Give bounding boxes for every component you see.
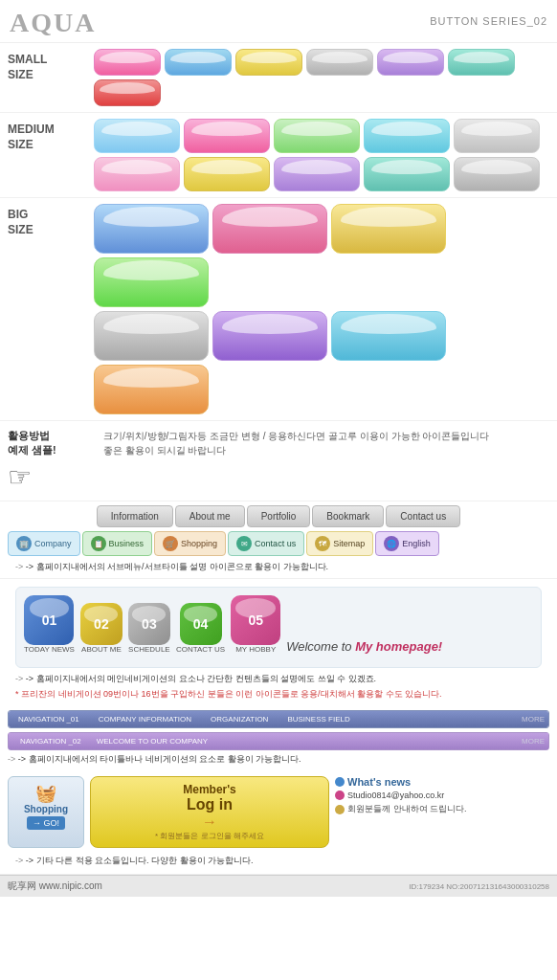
tab-item-welcome[interactable]: WELCOME TO OUR COMPANY bbox=[89, 735, 215, 747]
tab-item-company[interactable]: COMPANY INFORMATION bbox=[93, 713, 197, 725]
btn-med-ltblue[interactable] bbox=[94, 119, 180, 153]
btn-big-cyan[interactable] bbox=[331, 311, 446, 361]
whatsnew-title: What's news bbox=[335, 776, 549, 788]
footer-id: ID:179234 NO:200712131643000310258 bbox=[409, 882, 549, 891]
btn-big-silver[interactable] bbox=[94, 311, 209, 361]
company-icon: 🏢 bbox=[16, 536, 32, 551]
btn-big-yellow[interactable] bbox=[331, 204, 446, 254]
tab-note: -> 홈페이지내에서의 타이틀바나 네비게이션의 요소로 활용이 가능합니다. bbox=[0, 752, 557, 767]
login-arrow-icon: → bbox=[202, 813, 217, 831]
nav-icon-sitemap[interactable]: 🗺 Sitemap bbox=[306, 531, 373, 556]
tab-nav-bar-1: NAVIGATION _01 COMPANY INFORMATION ORGAN… bbox=[9, 711, 548, 727]
btn-small-lavender[interactable] bbox=[377, 49, 444, 76]
hp-square-gray[interactable]: 03 bbox=[128, 603, 170, 645]
tab-more-1[interactable]: MORE bbox=[522, 715, 545, 724]
logo: AQUA bbox=[10, 8, 96, 38]
usage-desc: 크기/위치/방향/그림자등 조금만 변형 / 응용하신다면 골고루 이용이 가능… bbox=[103, 429, 549, 457]
btn-big-blue[interactable] bbox=[94, 204, 209, 254]
nav-icon-company[interactable]: 🏢 Company bbox=[8, 531, 80, 556]
tab-item-nav02[interactable]: NAVIGATION _02 bbox=[12, 735, 89, 747]
widget-login[interactable]: Member's Log in → * 회원분들은 로그인을 해주세요 bbox=[90, 776, 329, 848]
login-title: Member's bbox=[183, 783, 236, 796]
nav-btn-contact[interactable]: Contact us bbox=[386, 505, 460, 527]
bottom-note: -> 기타 다른 적용 요소들입니다. 다양한 활용이 가능합니다. bbox=[8, 854, 549, 868]
nav-icon-business[interactable]: 📋 Business bbox=[82, 531, 153, 556]
tab-item-nav01[interactable]: NAVIGATION _01 bbox=[12, 713, 85, 725]
btn-med-yellow[interactable] bbox=[184, 157, 270, 191]
btn-med-gray[interactable] bbox=[454, 157, 540, 191]
whatsnew-dot-yellow bbox=[335, 805, 345, 814]
nav-icon-contact[interactable]: ✉ Contact us bbox=[228, 531, 304, 556]
widget-whatsnew: What's news Studio0814@yahoo.co.kr 회원분들께… bbox=[335, 776, 549, 848]
shopping-label: Shopping bbox=[24, 804, 68, 814]
hp-icon-03: 03 SCHEDULE bbox=[128, 603, 170, 654]
footer-logo: 昵享网 www.nipic.com bbox=[8, 880, 102, 893]
hp-square-yellow[interactable]: 02 bbox=[80, 603, 123, 645]
btn-small-pink[interactable] bbox=[94, 49, 161, 76]
sitemap-icon: 🗺 bbox=[315, 536, 330, 551]
btn-med-lavender[interactable] bbox=[274, 157, 360, 191]
nav-btn-bookmark[interactable]: Bookmark bbox=[312, 505, 384, 527]
hand-icon: ☞ bbox=[8, 461, 32, 493]
btn-big-purple[interactable] bbox=[212, 311, 327, 361]
contact-icon: ✉ bbox=[236, 536, 252, 551]
big-size-label: BIGSIZE bbox=[8, 204, 94, 237]
footer: 昵享网 www.nipic.com ID:179234 NO:200712131… bbox=[0, 875, 557, 897]
medium-size-grid bbox=[94, 119, 549, 191]
tab-more-2[interactable]: MORE bbox=[522, 737, 545, 746]
header: AQUA BUTTON SERIES_02 bbox=[0, 0, 557, 43]
btn-small-red[interactable] bbox=[94, 79, 161, 106]
hp-square-blue[interactable]: 01 bbox=[24, 595, 74, 645]
homepage-sample-section: 01 TODAY NEWS 02 ABOUT ME 03 SCHEDULE 04… bbox=[0, 579, 557, 706]
btn-med-ltcyan[interactable] bbox=[364, 119, 450, 153]
btn-big-orange[interactable] bbox=[94, 365, 209, 414]
icon-nav-bar: 🏢 Company 📋 Business 🛒 Shopping ✉ Contac… bbox=[8, 531, 549, 556]
widget-shopping[interactable]: 🧺 Shopping → GO! bbox=[8, 776, 84, 848]
btn-med-teal[interactable] bbox=[364, 157, 450, 191]
hp-icon-05: 05 MY HOBBY bbox=[231, 595, 280, 654]
hp-icon-02: 02 ABOUT ME bbox=[80, 603, 123, 654]
tab-nav-1: NAVIGATION _01 COMPANY INFORMATION ORGAN… bbox=[8, 710, 549, 728]
usage-section: 활용방법예제 샘플! ☞ 크기/위치/방향/그림자등 조금만 변형 / 응용하신… bbox=[0, 421, 557, 501]
whatsnew-info-row: 회원분들께 안내하여 드립니다. bbox=[335, 803, 549, 815]
btn-big-green[interactable] bbox=[94, 257, 209, 307]
btn-small-yellow[interactable] bbox=[235, 49, 302, 76]
nav-note2: -> 홈페이지내에서의 메인네비게이션의 요소나 간단한 컨텐츠들의 설명에도 … bbox=[8, 672, 549, 686]
btn-small-gray[interactable] bbox=[306, 49, 373, 76]
go-button[interactable]: → GO! bbox=[27, 816, 65, 830]
tab-item-org[interactable]: ORGANIZATION bbox=[205, 713, 274, 725]
small-size-label: SMALLSIZE bbox=[8, 49, 94, 82]
subtitle: BUTTON SERIES_02 bbox=[430, 15, 547, 27]
big-size-grid bbox=[94, 204, 549, 414]
tab-nav-2: NAVIGATION _02 WELCOME TO OUR COMPANY MO… bbox=[8, 732, 549, 750]
btn-big-pink[interactable] bbox=[212, 204, 327, 254]
btn-med-silver[interactable] bbox=[454, 119, 540, 153]
big-row-1 bbox=[94, 204, 549, 307]
nav-note: -> 홈페이지내에서의 서브메뉴/서브타이틀 설명 아이콘으로 활용이 가능합니… bbox=[8, 560, 549, 574]
btn-med-pink[interactable] bbox=[184, 119, 270, 153]
homepage-sample: 01 TODAY NEWS 02 ABOUT ME 03 SCHEDULE 04… bbox=[15, 587, 542, 668]
hp-square-green[interactable]: 04 bbox=[180, 603, 222, 645]
hp-icons: 01 TODAY NEWS 02 ABOUT ME 03 SCHEDULE 04… bbox=[24, 595, 533, 654]
nav-icon-shopping[interactable]: 🛒 Shopping bbox=[154, 531, 226, 556]
tab-item-business[interactable]: BUSINESS FIELD bbox=[281, 713, 355, 725]
medium-row-1 bbox=[94, 119, 549, 153]
nav-btn-portfolio[interactable]: Portfolio bbox=[247, 505, 311, 527]
btn-med-ltpink[interactable] bbox=[94, 157, 180, 191]
nav-icon-english[interactable]: 🌐 English bbox=[375, 531, 439, 556]
medium-row-2 bbox=[94, 157, 549, 191]
nav-btn-aboutme[interactable]: About me bbox=[175, 505, 245, 527]
nav-btn-information[interactable]: Information bbox=[97, 505, 173, 527]
login-hint: * 회원분들은 로그인을 해주세요 bbox=[155, 831, 264, 841]
hp-square-pink[interactable]: 05 bbox=[231, 595, 280, 645]
hp-icon-04: 04 CONTACT US bbox=[176, 603, 225, 654]
btn-small-blue[interactable] bbox=[165, 49, 232, 76]
warning-text: * 프리잔의 네비게이션 09번이나 16번을 구입하신 분들은 이런 아이콘들… bbox=[8, 686, 549, 702]
nav-sample: Information About me Portfolio Bookmark … bbox=[0, 501, 557, 579]
btn-med-ltgreen[interactable] bbox=[274, 119, 360, 153]
btn-small-teal[interactable] bbox=[448, 49, 515, 76]
homepage-welcome: Welcome to My homepage! bbox=[286, 639, 442, 654]
medium-size-label: MEDIUMSIZE bbox=[8, 119, 94, 152]
big-size-section: BIGSIZE bbox=[0, 198, 557, 421]
small-size-section: SMALLSIZE bbox=[0, 43, 557, 113]
